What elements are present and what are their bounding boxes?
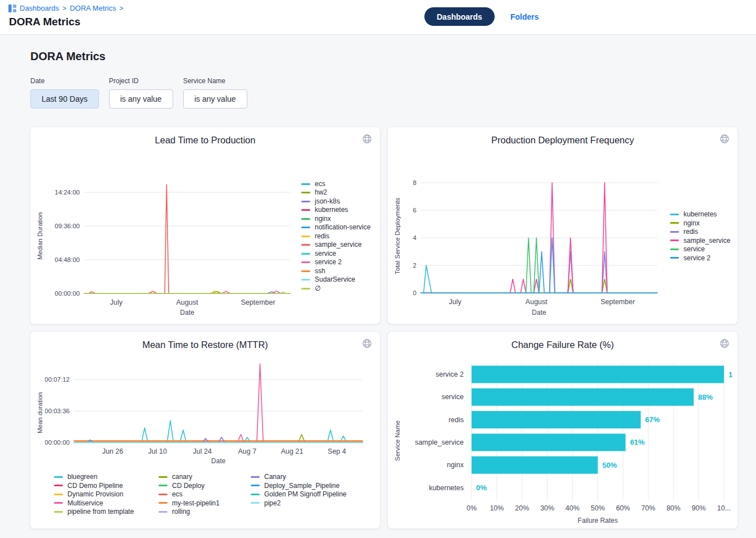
legend-item-pipe2[interactable]: pipe2 xyxy=(251,500,347,507)
bar-sample-service[interactable] xyxy=(472,433,626,451)
legend-item-hw2[interactable]: hw2 xyxy=(301,189,375,196)
y-axis-title: Median Duration xyxy=(35,152,45,320)
filter-project-id: Project ID is any value xyxy=(109,77,173,108)
tab-folders[interactable]: Folders xyxy=(510,12,539,21)
svg-text:Aug 21: Aug 21 xyxy=(281,447,304,455)
legend-item-multiservice[interactable]: Multiservice xyxy=(54,500,159,507)
series-line-- xyxy=(84,292,290,294)
legend-item-ecs[interactable]: ecs xyxy=(301,180,375,188)
tab-dashboards[interactable]: Dashboards xyxy=(424,7,495,26)
breadcrumb: Dashboards > DORA Metrics > xyxy=(8,4,123,12)
breadcrumb-link-dora-metrics[interactable]: DORA Metrics xyxy=(70,4,116,12)
legend-item-pipeline-from-template[interactable]: pipeline from template xyxy=(54,508,159,516)
filter-date-value[interactable]: Last 90 Days xyxy=(30,89,99,108)
filter-service-name: Service Name is any value xyxy=(183,77,247,108)
filter-project-id-label: Project ID xyxy=(109,77,173,85)
svg-text:10...: 10... xyxy=(717,504,731,512)
legend-item-sample-service[interactable]: sample_service xyxy=(670,237,733,245)
legend-item-cd-demo-pipeline[interactable]: CD Demo Pipeline xyxy=(54,482,159,490)
legend-item-dynamic-provision[interactable]: Dynamic Provision xyxy=(54,491,159,498)
legend-swatch xyxy=(251,476,260,478)
legend-swatch xyxy=(670,222,679,224)
y-axis-title: Service Name xyxy=(392,356,402,525)
explore-globe-icon[interactable] xyxy=(718,133,731,147)
explore-globe-icon[interactable] xyxy=(361,133,373,147)
legend-label: ssh xyxy=(315,268,325,275)
legend-swatch xyxy=(301,183,310,185)
svg-text:Date: Date xyxy=(180,309,194,317)
legend-item-redis[interactable]: redis xyxy=(301,233,375,240)
svg-text:Date: Date xyxy=(211,457,226,465)
legend-item-json-k8s[interactable]: json-k8s xyxy=(301,198,375,205)
legend-item-my-test-pipelin1[interactable]: my-test-pipelin1 xyxy=(159,500,251,507)
svg-text:09:36:00: 09:36:00 xyxy=(55,223,80,229)
chart-canvas: 00:00:0004:48:0009:36:0014:24:00JulyAugu… xyxy=(45,152,298,320)
svg-text:00:07:12: 00:07:12 xyxy=(45,376,70,383)
svg-text:0%: 0% xyxy=(467,504,477,512)
legend-item-kubernetes[interactable]: kubernetes xyxy=(301,206,375,214)
legend-item-redis[interactable]: redis xyxy=(670,228,733,236)
legend-item-service-2[interactable]: service 2 xyxy=(670,255,733,262)
legend-swatch xyxy=(301,227,310,228)
explore-globe-icon[interactable] xyxy=(361,337,373,351)
legend-label: service 2 xyxy=(315,259,342,266)
bar-nginx[interactable] xyxy=(472,456,598,474)
legend-label: Deploy_Sample_Pipeline xyxy=(264,482,339,490)
page-title: DORA Metrics xyxy=(9,16,80,28)
legend-swatch xyxy=(301,218,310,220)
dashboard-title: DORA Metrics xyxy=(30,50,106,63)
chart-lead-time: Median Duration00:00:0004:48:0009:36:001… xyxy=(35,152,375,320)
bar-value-label: 61% xyxy=(630,438,645,446)
legend-item-sudarservice[interactable]: SudarService xyxy=(301,276,375,283)
svg-text:August: August xyxy=(176,299,198,306)
filter-project-id-value[interactable]: is any value xyxy=(109,89,173,108)
svg-text:4: 4 xyxy=(413,234,417,241)
legend-label: rolling xyxy=(172,508,190,516)
bar-service[interactable] xyxy=(472,388,694,406)
legend-swatch xyxy=(301,253,310,255)
legend-swatch xyxy=(54,494,63,495)
legend-item-canary[interactable]: canary xyxy=(159,473,251,481)
legend-item-nginx[interactable]: nginx xyxy=(301,215,375,223)
svg-text:Date: Date xyxy=(532,309,546,317)
legend-item-golden-pm-signoff-pipeline[interactable]: Golden PM Signoff Pipeline xyxy=(251,491,347,498)
svg-text:redis: redis xyxy=(449,416,464,424)
legend-item-sample-service[interactable]: sample_service xyxy=(301,241,375,248)
svg-text:40%: 40% xyxy=(565,504,580,512)
legend-item-bluegreen[interactable]: bluegreen xyxy=(54,473,159,481)
legend-item-service[interactable]: service xyxy=(670,246,733,253)
bar-redis[interactable] xyxy=(472,411,641,428)
legend-swatch xyxy=(670,231,679,233)
legend-item-canary[interactable]: Canary xyxy=(251,473,347,481)
legend-item-notification-service[interactable]: notification-service xyxy=(301,224,375,231)
explore-globe-icon[interactable] xyxy=(718,337,731,351)
legend-swatch xyxy=(251,485,260,486)
chart-title: Change Failure Rate (%) xyxy=(388,340,737,350)
svg-text:90%: 90% xyxy=(692,504,706,512)
legend-swatch xyxy=(301,288,310,290)
bar-service-2[interactable] xyxy=(472,366,724,383)
legend-swatch xyxy=(301,236,310,237)
svg-text:20%: 20% xyxy=(515,504,529,512)
legend-label: my-test-pipelin1 xyxy=(172,500,220,507)
legend-item-ssh[interactable]: ssh xyxy=(301,268,375,275)
filter-service-name-value[interactable]: is any value xyxy=(183,89,247,108)
legend-item-kubernetes[interactable]: kubernetes xyxy=(670,211,733,218)
legend-item-ecs[interactable]: ecs xyxy=(159,491,251,498)
legend-item-service[interactable]: service xyxy=(301,250,375,257)
legend-item-rolling[interactable]: rolling xyxy=(159,508,251,516)
legend-item-nginx[interactable]: nginx xyxy=(670,220,733,227)
legend-item-service-2[interactable]: service 2 xyxy=(301,259,375,266)
legend-item-deploy-sample-pipeline[interactable]: Deploy_Sample_Pipeline xyxy=(251,482,347,490)
legend-item--[interactable]: ∅ xyxy=(301,285,375,292)
legend-swatch xyxy=(54,502,63,504)
svg-text:July: July xyxy=(449,298,462,306)
chart-deployment-frequency: Total Service Deployments02468JulyAugust… xyxy=(392,152,733,320)
legend-swatch xyxy=(301,201,310,202)
legend-swatch xyxy=(301,209,310,211)
legend-label: hw2 xyxy=(315,189,327,196)
legend-label: service xyxy=(315,250,336,257)
legend-item-cd-deploy[interactable]: CD Deploy xyxy=(159,482,251,490)
chart-canvas: 00:00:0000:03:3600:07:12Jun 26Jul 10Jul … xyxy=(45,356,371,469)
breadcrumb-link-dashboards[interactable]: Dashboards xyxy=(20,4,59,12)
